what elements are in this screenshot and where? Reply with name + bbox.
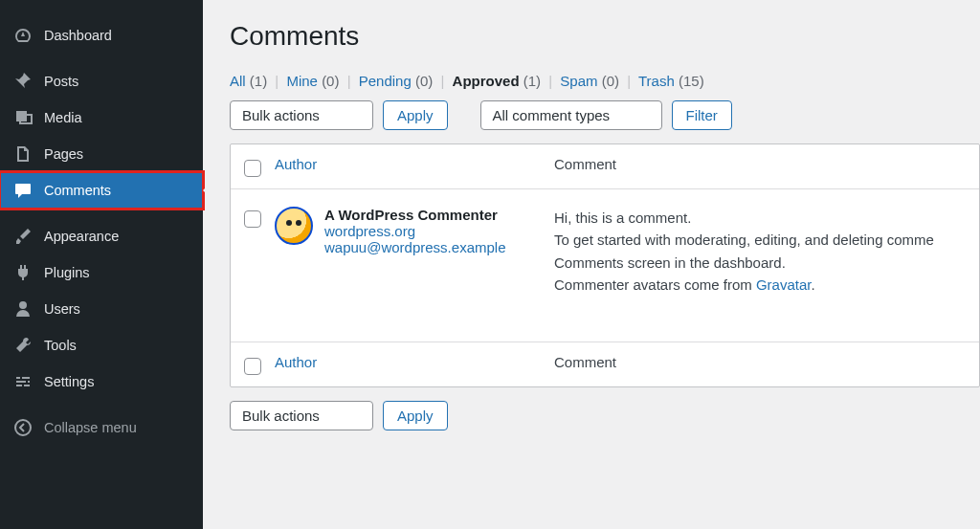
comment-type-label: All comment types — [493, 107, 611, 123]
comment-line: To get started with moderating, editing,… — [554, 229, 966, 251]
column-comment-bottom: Comment — [554, 354, 616, 370]
admin-sidebar: Dashboard Posts Media Pages Comments App… — [0, 0, 203, 529]
pin-icon — [13, 72, 33, 91]
avatar — [275, 207, 313, 245]
plug-icon — [13, 263, 33, 282]
sidebar-item-tools[interactable]: Tools — [0, 327, 203, 364]
bulk-actions-select[interactable]: Bulk actions — [230, 100, 373, 130]
filter-mine-count: (0) — [322, 73, 339, 89]
comment-body: Hi, this is a comment. To get started wi… — [554, 207, 966, 296]
sidebar-item-users[interactable]: Users — [0, 291, 203, 327]
sidebar-item-label: Collapse menu — [44, 420, 137, 435]
svg-point-0 — [15, 420, 31, 435]
content-area: Comments All (1) | Mine (0) | Pending (0… — [203, 0, 980, 529]
comment-type-select[interactable]: All comment types — [480, 100, 662, 130]
table-header-row: Author Comment — [231, 144, 979, 188]
user-icon — [13, 299, 33, 319]
filter-trash[interactable]: Trash — [638, 73, 675, 89]
comments-table: Author Comment A WordPress Commenter wor… — [230, 143, 980, 387]
wrench-icon — [13, 336, 33, 355]
select-all-checkbox[interactable] — [244, 160, 261, 177]
media-icon — [13, 108, 33, 127]
sidebar-item-pages[interactable]: Pages — [0, 136, 203, 172]
pages-icon — [13, 144, 33, 164]
sidebar-item-media[interactable]: Media — [0, 99, 203, 136]
row-checkbox[interactable] — [244, 210, 261, 228]
apply-button-bottom[interactable]: Apply — [383, 401, 448, 430]
filter-approved-count: (1) — [523, 73, 541, 89]
comment-line: Comments screen in the dashboard. — [554, 252, 966, 274]
sidebar-item-collapse[interactable]: Collapse menu — [0, 409, 203, 446]
sidebar-item-label: Dashboard — [44, 28, 112, 43]
comment-line: Commenter avatars come from Gravatar. — [554, 274, 966, 296]
author-block: A WordPress Commenter wordpress.org wapu… — [275, 207, 554, 255]
sidebar-item-label: Posts — [44, 74, 78, 89]
author-url[interactable]: wordpress.org — [324, 223, 506, 239]
brush-icon — [13, 227, 33, 246]
filter-links: All (1) | Mine (0) | Pending (0) | Appro… — [230, 73, 980, 89]
table-row: A WordPress Commenter wordpress.org wapu… — [231, 188, 979, 342]
sidebar-item-dashboard[interactable]: Dashboard — [0, 17, 203, 54]
sidebar-item-settings[interactable]: Settings — [0, 364, 203, 400]
filter-spam[interactable]: Spam — [560, 73, 597, 89]
sidebar-item-label: Settings — [44, 374, 94, 389]
collapse-icon — [13, 418, 33, 437]
sidebar-item-plugins[interactable]: Plugins — [0, 254, 203, 291]
filter-mine[interactable]: Mine — [286, 73, 318, 89]
comment-icon — [13, 181, 33, 200]
filter-all-count: (1) — [250, 73, 267, 89]
sidebar-item-label: Comments — [44, 183, 111, 198]
page-title: Comments — [230, 21, 980, 52]
select-all-checkbox-bottom[interactable] — [244, 358, 261, 375]
sidebar-item-posts[interactable]: Posts — [0, 63, 203, 99]
sidebar-item-comments[interactable]: Comments — [0, 172, 203, 209]
filter-button[interactable]: Filter — [672, 100, 732, 130]
sidebar-item-appearance[interactable]: Appearance — [0, 218, 203, 254]
sidebar-item-label: Users — [44, 301, 80, 317]
filter-trash-count: (15) — [679, 73, 704, 89]
column-comment: Comment — [554, 156, 616, 172]
gravatar-link[interactable]: Gravatar — [756, 276, 812, 293]
filter-approved[interactable]: Approved — [453, 73, 520, 89]
comment-line: Hi, this is a comment. — [554, 207, 966, 229]
sidebar-item-label: Tools — [44, 338, 77, 353]
gauge-icon — [13, 26, 33, 45]
sidebar-item-label: Plugins — [44, 265, 90, 280]
column-author[interactable]: Author — [275, 156, 554, 172]
sliders-icon — [13, 372, 33, 391]
filter-spam-count: (0) — [602, 73, 619, 89]
filter-all[interactable]: All — [230, 73, 246, 89]
column-author-bottom[interactable]: Author — [275, 354, 554, 370]
table-footer-row: Author Comment — [231, 342, 979, 386]
apply-button[interactable]: Apply — [383, 100, 448, 130]
author-name: A WordPress Commenter — [324, 207, 506, 223]
author-email[interactable]: wapuu@wordpress.example — [324, 239, 506, 255]
bulk-actions-label: Bulk actions — [242, 408, 320, 424]
bulk-actions-select-bottom[interactable]: Bulk actions — [230, 401, 373, 430]
sidebar-item-label: Appearance — [44, 229, 119, 244]
bulk-actions-label: Bulk actions — [242, 107, 320, 123]
bottom-toolbar: Bulk actions Apply — [230, 401, 980, 430]
sidebar-item-label: Pages — [44, 146, 83, 162]
filter-pending[interactable]: Pending — [359, 73, 412, 89]
filter-pending-count: (0) — [415, 73, 433, 89]
sidebar-item-label: Media — [44, 110, 82, 125]
top-toolbar: Bulk actions Apply All comment types Fil… — [230, 100, 980, 130]
